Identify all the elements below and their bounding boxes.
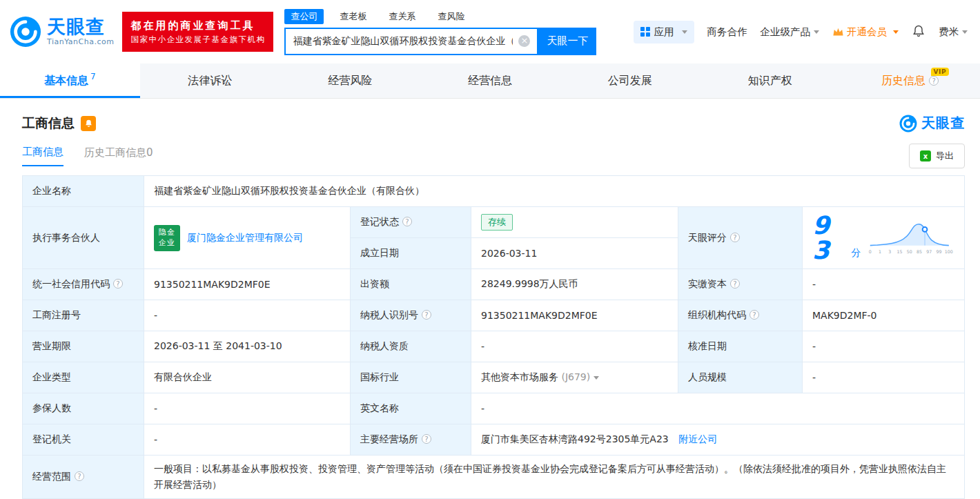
chevron-down-icon: [682, 30, 687, 34]
approval-date-value: -: [803, 331, 965, 362]
chevron-down-icon: [962, 30, 968, 34]
field-label-business-term: 营业期限: [23, 331, 144, 362]
staff-size-value: -: [803, 362, 965, 393]
partner-company-link[interactable]: 厦门隐金企业管理有限公司: [187, 232, 303, 244]
tab-operating-risk[interactable]: 经营风险: [280, 63, 420, 98]
slogan-line2: 国家中小企业发展子基金旗下机构: [130, 34, 265, 46]
tab-label: 知识产权: [748, 74, 792, 88]
help-icon[interactable]: ?: [75, 471, 84, 481]
nav-user-menu[interactable]: 费米: [939, 26, 968, 39]
tab-company-development[interactable]: 公司发展: [560, 63, 700, 98]
reg-number-value: -: [144, 300, 351, 331]
tab-operating-info[interactable]: 经营信息: [420, 63, 560, 98]
search-input[interactable]: [286, 36, 518, 47]
chevron-down-icon[interactable]: [594, 376, 599, 380]
establish-date-value: 2026-03-11: [471, 238, 678, 269]
excel-icon: x: [920, 150, 931, 162]
search-input-wrap: ×: [284, 28, 538, 55]
org-code-value: MAK9D2MF-0: [803, 300, 965, 331]
help-icon[interactable]: ?: [749, 310, 759, 320]
help-icon[interactable]: ?: [422, 434, 431, 444]
field-label-company-name: 企业名称: [23, 176, 144, 207]
row-credit-capital: 统一社会信用代码? 91350211MAK9D2MF0E 出资额 28249.9…: [23, 269, 965, 300]
field-label-taxpayer-quality: 纳税人资质: [351, 331, 471, 362]
tab-count-badge: 7: [90, 72, 96, 81]
taxpayer-id-value: 91350211MAK9D2MF0E: [471, 300, 678, 331]
score-value: 93: [812, 213, 845, 263]
company-section-tabs: 基本信息 7 法律诉讼 经营风险 经营信息 公司发展 知识产权 VIP 历史信息…: [0, 63, 980, 99]
help-icon[interactable]: ?: [929, 76, 939, 86]
nearby-companies-link[interactable]: 附近公司: [678, 433, 717, 444]
field-label-business-place: 主要经营场所?: [351, 424, 471, 456]
tab-legal-litigation[interactable]: 法律诉讼: [140, 63, 280, 98]
tab-history-info[interactable]: VIP 历史信息 ?: [840, 63, 980, 98]
company-type-value: 有限合伙企业: [144, 362, 351, 393]
svg-text:50: 50: [907, 249, 912, 254]
section-title: 工商信息: [22, 115, 75, 133]
search-tab-risk[interactable]: 查风险: [431, 9, 471, 24]
svg-text:3: 3: [889, 249, 892, 254]
notification-bell-icon[interactable]: [912, 24, 925, 40]
slogan-badge: 都在用的商业查询工具 国家中小企业发展子基金旗下机构: [122, 12, 273, 52]
tianyancha-watermark: 天眼查: [899, 114, 965, 133]
reg-authority-value: -: [144, 424, 351, 456]
search-tab-company[interactable]: 查公司: [284, 9, 324, 24]
tab-intellectual-property[interactable]: 知识产权: [700, 63, 840, 98]
insured-count-value: -: [144, 393, 351, 424]
field-label-english-name: 英文名称: [351, 393, 471, 424]
header-right-nav: 应用 商务合作 企业级产品 开通会员 费米: [634, 21, 968, 43]
apps-menu[interactable]: 应用: [634, 21, 694, 43]
field-label-staff-size: 人员规模: [678, 362, 803, 393]
tianyancha-logo-icon: [899, 115, 917, 133]
search-tab-boss[interactable]: 查老板: [333, 9, 373, 24]
field-label-company-type: 企业类型: [23, 362, 144, 393]
field-label-establish-date: 成立日期: [351, 238, 471, 269]
executive-partner-cell: 隐金 企业 厦门隐金企业管理有限公司: [144, 207, 351, 269]
svg-text:15: 15: [897, 249, 903, 254]
svg-text:100: 100: [945, 249, 953, 254]
help-icon[interactable]: ?: [422, 310, 431, 320]
subscribe-bell-icon[interactable]: [81, 116, 96, 131]
field-label-capital: 出资额: [351, 269, 471, 300]
search-area: 查公司 查老板 查关系 查风险 × 天眼一下: [284, 9, 596, 55]
partner-logo-line1: 隐金: [159, 228, 175, 237]
brand-name: 天眼查: [921, 114, 965, 133]
tianyancha-logo[interactable]: 天眼查 TianYanCha.com: [10, 16, 114, 48]
nav-business-cooperation[interactable]: 商务合作: [707, 26, 747, 39]
search-tab-relation[interactable]: 查关系: [382, 9, 422, 24]
field-label-taxpayer-id: 纳税人识别号?: [351, 300, 471, 331]
help-icon[interactable]: ?: [402, 217, 412, 226]
tab-label: 历史信息: [881, 74, 925, 88]
subtab-history-business-info[interactable]: 历史工商信息0: [84, 146, 153, 166]
nav-open-vip[interactable]: 开通会员: [832, 26, 899, 39]
help-icon[interactable]: ?: [730, 233, 740, 242]
help-icon[interactable]: ?: [730, 279, 740, 288]
field-label-paid-capital: 实缴资本?: [678, 269, 803, 300]
field-label-text: 主要经营场所: [360, 433, 418, 444]
status-badge: 存续: [481, 214, 513, 231]
row-regnum-taxid: 工商注册号 - 纳税人识别号? 91350211MAK9D2MF0E 组织机构代…: [23, 300, 965, 331]
field-label-insured-count: 参保人数: [23, 393, 144, 424]
search-button[interactable]: 天眼一下: [538, 28, 596, 55]
export-button[interactable]: x 导出: [909, 144, 965, 168]
apps-grid-icon: [640, 27, 650, 37]
help-icon[interactable]: ?: [113, 279, 123, 288]
subtab-business-info[interactable]: 工商信息: [22, 146, 63, 166]
field-label-industry: 国标行业: [351, 362, 471, 393]
nav-enterprise-products[interactable]: 企业级产品: [761, 26, 820, 39]
field-label-text: 经营范围: [32, 471, 71, 482]
vip-badge: VIP: [931, 68, 949, 76]
field-label-score: 天眼评分?: [678, 207, 803, 269]
field-label-credit-code: 统一社会信用代码?: [23, 269, 144, 300]
credit-code-value: 91350211MAK9D2MF0E: [144, 269, 351, 300]
business-place-value: 厦门市集美区杏林湾路492号2305单元A23 附近公司: [471, 424, 965, 456]
tab-basic-info[interactable]: 基本信息 7: [0, 63, 140, 98]
row-term-quality-approval: 营业期限 2026-03-11 至 2041-03-10 纳税人资质 - 核准日…: [23, 331, 965, 362]
field-label-text: 组织机构代码: [688, 309, 746, 320]
clear-search-icon[interactable]: ×: [518, 35, 530, 47]
english-name-value: -: [471, 393, 965, 424]
section-header: 工商信息 天眼查: [0, 99, 980, 141]
field-label-org-code: 组织机构代码?: [678, 300, 803, 331]
nav-enterprise-products-label: 企业级产品: [761, 26, 811, 37]
taxpayer-quality-value: -: [471, 331, 678, 362]
